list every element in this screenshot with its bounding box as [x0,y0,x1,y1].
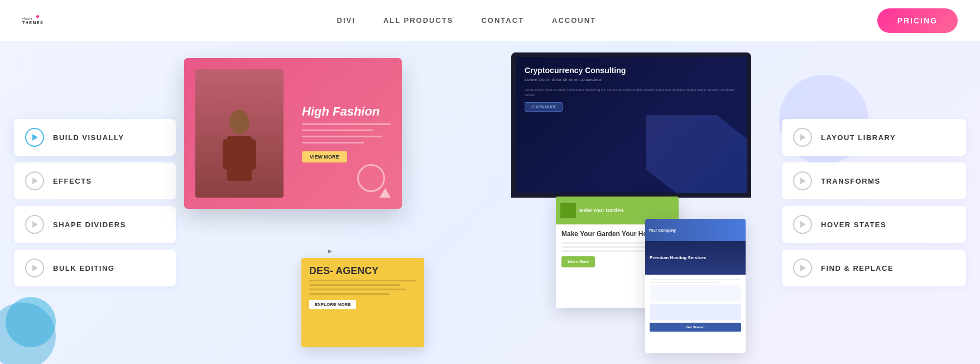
crypto-desc: Lorem ipsum dolor sit amet, consectetur … [525,88,738,98]
yellow-explore-button[interactable]: EXPLORE MORE [309,300,356,309]
feature-label-transforms: TRANSFORMS [821,177,881,185]
nav-contact[interactable]: CONTACT [481,16,524,25]
crypto-title: Cryptocurrency Consulting [525,66,738,75]
left-features-panel: BUILD VISUALLY EFFECTS SHAPE DIVIDERS [0,41,190,364]
card-consulting-website: Your Company Premium Hosting Services Ge… [645,219,746,353]
play-icon-find-replace [793,258,812,277]
feature-label-bulk-editing: BULK EDITING [53,264,114,272]
consulting-body: Get Started [645,275,746,336]
yellow-line-1 [309,280,416,281]
play-icon-hover-states [793,215,812,234]
mockup-cards-cluster: Make Your Garden Make Your Garden Your H… [556,197,746,353]
mockup-yellow-agency: DES- AGENCY EXPLORE MORE [301,258,424,347]
desc-line-3 [302,136,382,137]
mockup-pink-fashion: High Fashion VIEW MORE [184,58,402,209]
feature-bulk-editing[interactable]: BULK EDITING [14,250,176,286]
consulting-line-2 [650,282,718,283]
svg-marker-3 [32,134,38,141]
header: elegant THEMES DIVI ALL PRODUCTS CONTACT… [0,0,980,41]
consulting-header: Your Company [645,219,746,241]
triangle-deco [379,188,391,198]
play-icon-shape-dividers [25,215,44,234]
svg-marker-6 [32,265,38,271]
service-block-1 [650,285,741,301]
nav-divi[interactable]: DIVI [337,16,356,25]
feature-label-hover-states: HOVER STATES [821,221,886,229]
cursor-indicator: ▸ [328,246,332,255]
view-more-button[interactable]: VIEW MORE [302,151,347,162]
person-silhouette [195,69,284,198]
svg-marker-12 [800,178,806,184]
play-icon-effects [25,171,44,190]
logo[interactable]: elegant THEMES [22,9,56,32]
desc-line-4 [302,142,364,143]
play-icon-build-visually [25,128,44,147]
right-features-panel: LAYOUT LIBRARY TRANSFORMS HOVER STATES [768,41,980,364]
feature-build-visually[interactable]: BUILD VISUALLY [14,119,176,156]
consulting-line-1 [650,279,741,280]
desc-line-2 [302,130,373,131]
nav: DIVI ALL PRODUCTS CONTACT ACCOUNT [337,16,597,25]
mockup-fashion-text: High Fashion VIEW MORE [293,104,391,162]
garden-logo [560,203,576,218]
feature-label-effects: EFFECTS [53,177,92,185]
feature-find-replace[interactable]: FIND & REPLACE [782,250,966,286]
svg-marker-4 [32,178,38,184]
crypto-3d-deco [646,115,747,193]
play-icon-transforms [793,171,812,190]
svg-point-7 [229,110,249,135]
monitor-screen: Cryptocurrency Consulting Lorem ipsum do… [511,52,751,198]
nav-account[interactable]: ACCOUNT [552,16,596,25]
svg-marker-13 [800,221,806,228]
crypto-subtitle: Lorem ipsum dolor sit amet consectetur [525,77,738,82]
feature-transforms[interactable]: TRANSFORMS [782,162,966,199]
feature-effects[interactable]: EFFECTS [14,162,176,199]
svg-rect-9 [223,139,229,170]
yellow-agency-title: DES- AGENCY [309,266,416,277]
consulting-hero-text: Premium Hosting Services [650,255,706,261]
play-icon-bulk-editing [25,258,44,277]
consulting-hero: Premium Hosting Services [645,241,746,275]
yellow-line-3 [309,289,406,290]
mockup-fashion-title: High Fashion [302,104,391,119]
garden-line-2 [561,246,651,248]
desc-line-1 [302,123,391,125]
svg-marker-5 [32,221,38,228]
svg-rect-10 [249,139,256,170]
main-content: BUILD VISUALLY EFFECTS SHAPE DIVIDERS [0,41,980,364]
feature-label-find-replace: FIND & REPLACE [821,264,893,272]
svg-text:elegant: elegant [22,16,32,20]
yellow-line-4 [309,293,390,295]
mockup-person-image [195,69,284,198]
logo-icon: elegant THEMES [22,9,56,32]
yellow-line-2 [309,284,400,286]
feature-layout-library[interactable]: LAYOUT LIBRARY [782,119,966,156]
feature-hover-states[interactable]: HOVER STATES [782,206,966,243]
svg-text:THEMES: THEMES [22,20,44,24]
center-mockup-panel: High Fashion VIEW MORE DES- AGENCY EXPLO… [190,41,768,364]
svg-marker-14 [800,265,806,271]
service-block-2 [650,304,741,320]
feature-label-layout-library: LAYOUT LIBRARY [821,133,896,142]
garden-nav-text: Make Your Garden [579,208,623,213]
nav-all-products[interactable]: ALL PRODUCTS [383,16,454,25]
consulting-logo-text: Your Company [648,228,676,232]
svg-rect-8 [227,136,252,181]
feature-label-build-visually: BUILD VISUALLY [53,133,124,142]
crypto-site: Cryptocurrency Consulting Lorem ipsum do… [516,57,747,193]
svg-marker-11 [800,134,806,141]
feature-label-shape-dividers: SHAPE DIVIDERS [53,221,126,229]
pricing-button[interactable]: PRICING [877,8,958,33]
play-icon-layout-library [793,128,812,147]
mockup-desktop-monitor: Cryptocurrency Consulting Lorem ipsum do… [511,52,751,220]
feature-shape-dividers[interactable]: SHAPE DIVIDERS [14,206,176,243]
crypto-learn-more-button[interactable]: LEARN MORE [525,102,563,112]
